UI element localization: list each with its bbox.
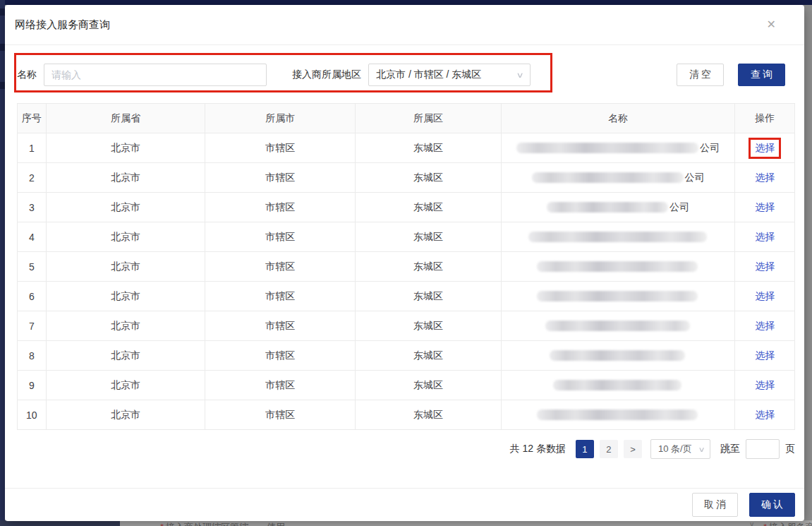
column-header: 所属市 [205,104,355,133]
redacted-name-bar [537,261,698,272]
dialog-footer: 取消 确认 [5,488,804,521]
cell-city: 市辖区 [205,193,355,222]
page-button-1[interactable]: 1 [576,440,594,458]
cell-index: 2 [18,163,47,192]
table-row: 6 北京市 市辖区 东城区 选择 [18,282,794,311]
cell-province: 北京市 [47,371,206,400]
cell-province: 北京市 [47,252,206,281]
cell-district: 东城区 [356,371,502,400]
cell-district: 东城区 [356,222,502,251]
table-row: 3 北京市 市辖区 东城区 公司 选择 [18,193,794,222]
page-suffix-label: 页 [785,443,795,455]
select-row-link[interactable]: 选择 [751,347,779,364]
cell-city: 市辖区 [205,133,355,162]
providers-table: 序号所属省所属市所属区名称操作 1 北京市 市辖区 东城区 公司 选择 2 北京… [17,103,795,430]
cell-action: 选择 [735,222,794,251]
cell-index: 4 [18,222,47,251]
cell-city: 市辖区 [205,252,355,281]
cell-name [502,282,735,311]
cell-district: 东城区 [356,133,502,162]
select-row-link[interactable]: 选择 [751,258,779,275]
table-body: 1 北京市 市辖区 东城区 公司 选择 2 北京市 市辖区 东城区 公司 选择 … [18,133,794,430]
select-row-link[interactable]: 选择 [751,407,779,424]
cell-index: 9 [18,371,47,400]
cell-index: 10 [18,400,47,429]
redacted-name-bar [537,410,698,420]
redacted-name-bar [545,321,690,331]
cell-index: 8 [18,341,47,370]
background-overlay-right [804,5,812,526]
redacted-name-bar [532,172,684,183]
name-suffix: 公司 [669,201,689,214]
column-header: 名称 [502,104,735,133]
cell-action: 选择 [735,400,794,429]
cell-district: 东城区 [356,193,502,222]
cancel-button[interactable]: 取消 [692,493,738,517]
cell-province: 北京市 [47,311,206,340]
dialog-title: 网络接入服务商查询 [15,18,110,32]
select-row-link[interactable]: 选择 [751,288,779,305]
column-header: 序号 [18,104,47,133]
column-header: 所属省 [47,104,206,133]
confirm-button[interactable]: 确认 [749,493,795,517]
cell-province: 北京市 [47,133,206,162]
cell-city: 市辖区 [205,371,355,400]
select-row-link[interactable]: 选择 [751,229,779,246]
column-header: 所属区 [356,104,502,133]
cell-district: 东城区 [356,341,502,370]
cell-city: 市辖区 [205,400,355,429]
cell-district: 东城区 [356,163,502,192]
table-row: 1 北京市 市辖区 东城区 公司 选择 [18,133,794,163]
jump-to-input[interactable] [746,439,780,459]
page-size-select[interactable]: 10 条/页 ∨ [650,439,710,459]
search-button[interactable]: 查询 [738,64,785,86]
cell-province: 北京市 [47,282,206,311]
chevron-down-icon: ∨ [516,71,523,80]
name-input[interactable] [44,64,267,86]
table-row: 2 北京市 市辖区 东城区 公司 选择 [18,163,794,193]
column-header: 操作 [735,104,794,133]
pagination-total: 共 12 条数据 [510,443,566,455]
next-page-button[interactable]: > [624,440,642,458]
cell-index: 6 [18,282,47,311]
cell-action: 选择 [735,371,794,400]
page-button-2[interactable]: 2 [600,440,618,458]
background-partial-text-right: *接入服务商处理辖区 [763,521,812,526]
background-chevron-down-icon: ∨ [749,520,754,526]
select-row-link[interactable]: 选择 [751,199,779,216]
cell-name: 公司 [502,193,735,222]
cell-province: 北京市 [47,400,206,429]
cell-action: 选择 [735,341,794,370]
region-select-value: 北京市 / 市辖区 / 东城区 [376,68,481,81]
close-icon[interactable]: ✕ [764,16,779,33]
cell-action: 选择 [735,193,794,222]
dialog-header: 网络接入服务商查询 ✕ [5,5,804,45]
cell-city: 市辖区 [205,311,355,340]
redacted-name-bar [547,202,668,213]
redacted-name-bar [537,291,698,301]
cell-action: 选择 [735,163,794,192]
name-suffix: 公司 [700,142,720,155]
cell-province: 北京市 [47,341,206,370]
cell-action: 选择 [735,311,794,340]
background-app-sidebar [0,0,5,526]
background-page-strip: *接入商处理辖区管辖使用 ∨ *接入服务商处理辖区 [0,520,812,526]
select-row-link[interactable]: 选择 [751,169,779,186]
cell-action: 选择 [735,282,794,311]
cell-district: 东城区 [356,282,502,311]
background-partial-text-left: *接入商处理辖区管辖使用 [160,521,285,526]
select-row-link[interactable]: 选择 [751,377,779,394]
select-row-link[interactable]: 选择 [751,140,779,157]
background-app-topbar [0,0,812,5]
clear-button[interactable]: 清空 [677,64,724,86]
cell-district: 东城区 [356,252,502,281]
select-row-link[interactable]: 选择 [751,318,779,335]
cell-index: 5 [18,252,47,281]
table-row: 4 北京市 市辖区 东城区 选择 [18,222,794,252]
redacted-name-bar [516,143,698,153]
cell-province: 北京市 [47,163,206,192]
region-select[interactable]: 北京市 / 市辖区 / 东城区 ∨ [368,64,531,86]
cell-city: 市辖区 [205,163,355,192]
cell-name [502,341,735,370]
cell-action: 选择 [735,133,794,162]
